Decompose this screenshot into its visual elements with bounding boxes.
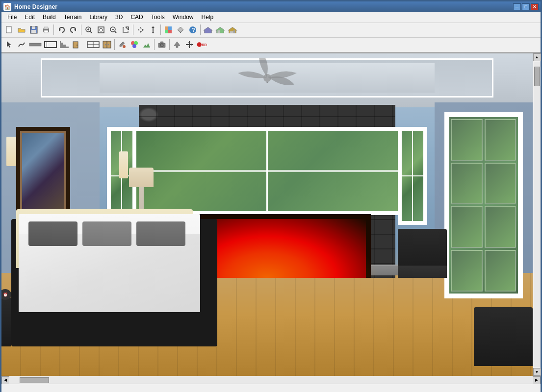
material-tool-button[interactable] bbox=[129, 38, 140, 51]
menu-item-window[interactable]: Window bbox=[169, 12, 198, 23]
room-scene: ⏰ bbox=[1, 53, 533, 376]
zoom-window-button[interactable] bbox=[95, 24, 107, 36]
svg-rect-42 bbox=[60, 43, 63, 45]
texture-button[interactable] bbox=[162, 24, 174, 36]
height-button[interactable] bbox=[147, 24, 159, 36]
door-tool-button[interactable] bbox=[71, 38, 85, 51]
pillow-3 bbox=[136, 221, 185, 246]
armchair-seat bbox=[398, 266, 447, 278]
svg-rect-30 bbox=[168, 30, 172, 33]
minimize-button[interactable]: ─ bbox=[513, 3, 521, 10]
stair-tool-button[interactable] bbox=[58, 38, 70, 51]
status-bar bbox=[1, 384, 541, 392]
window-controls: ─ □ ✕ bbox=[513, 3, 539, 10]
artwork-painting bbox=[16, 127, 70, 215]
title-bar: 🏠 Home Designer ─ □ ✕ bbox=[1, 1, 541, 12]
window-tool-button[interactable] bbox=[86, 38, 101, 51]
separator-5 bbox=[200, 24, 201, 35]
scroll-right-button[interactable]: ▶ bbox=[533, 376, 541, 384]
menu-item-tools[interactable]: Tools bbox=[147, 12, 169, 23]
menu-item-cad[interactable]: CAD bbox=[127, 12, 147, 23]
menu-item-file[interactable]: File bbox=[3, 12, 21, 23]
save-button[interactable] bbox=[28, 24, 40, 36]
scroll-down-button[interactable]: ▼ bbox=[533, 368, 541, 376]
menu-item-library[interactable]: Library bbox=[85, 12, 111, 23]
maximize-button[interactable]: □ bbox=[522, 3, 530, 10]
scroll-up-button[interactable]: ▲ bbox=[533, 53, 541, 61]
svg-marker-20 bbox=[140, 27, 142, 28]
new-button[interactable] bbox=[3, 24, 15, 36]
menu-item-terrain[interactable]: Terrain bbox=[60, 12, 86, 23]
zoom-out-button[interactable] bbox=[107, 24, 119, 36]
redo-button[interactable] bbox=[68, 24, 79, 36]
svg-marker-60 bbox=[174, 42, 180, 48]
fit-button[interactable] bbox=[120, 24, 131, 36]
open-button[interactable] bbox=[16, 24, 27, 36]
svg-rect-7 bbox=[44, 30, 48, 33]
door-pane-8 bbox=[485, 250, 516, 292]
vertical-scrollbar[interactable]: ▲ ▼ bbox=[533, 53, 541, 376]
svg-rect-29 bbox=[165, 30, 168, 33]
3d-viewport[interactable]: ⏰ bbox=[1, 53, 533, 376]
separator-6 bbox=[114, 39, 115, 50]
door-pane-6 bbox=[485, 206, 516, 248]
svg-point-15 bbox=[100, 28, 103, 31]
svg-point-52 bbox=[108, 44, 109, 46]
svg-rect-3 bbox=[32, 26, 35, 29]
scroll-thumb-vertical[interactable] bbox=[534, 67, 540, 86]
scroll-thumb-horizontal[interactable] bbox=[20, 377, 49, 383]
menu-item-edit[interactable]: Edit bbox=[21, 12, 39, 23]
house-view3-button[interactable] bbox=[227, 24, 238, 36]
french-door bbox=[444, 112, 523, 298]
svg-marker-23 bbox=[142, 29, 144, 31]
separator-2 bbox=[81, 24, 81, 35]
polyline-tool-button[interactable] bbox=[16, 38, 27, 51]
svg-marker-36 bbox=[7, 41, 11, 48]
svg-point-53 bbox=[123, 45, 126, 48]
menu-item-help[interactable]: Help bbox=[197, 12, 217, 23]
house-view2-button[interactable] bbox=[214, 24, 226, 36]
svg-point-67 bbox=[197, 42, 202, 47]
svg-marker-63 bbox=[188, 41, 190, 43]
svg-rect-35 bbox=[233, 30, 235, 33]
select-tool-button[interactable] bbox=[3, 38, 15, 51]
svg-line-13 bbox=[90, 31, 92, 33]
symbol-button[interactable] bbox=[175, 24, 186, 36]
svg-rect-34 bbox=[230, 31, 233, 33]
arrow-up-button[interactable] bbox=[171, 38, 183, 51]
move-tool-button[interactable] bbox=[183, 38, 195, 51]
scroll-left-button[interactable]: ◀ bbox=[1, 376, 9, 384]
house-view1-button[interactable] bbox=[202, 24, 214, 36]
svg-point-45 bbox=[77, 45, 77, 46]
lamp-shade bbox=[129, 168, 154, 187]
svg-marker-21 bbox=[140, 31, 142, 33]
window-title: Home Designer bbox=[14, 3, 513, 10]
menu-item-3d[interactable]: 3D bbox=[111, 12, 127, 23]
record-button[interactable]: REC bbox=[196, 38, 207, 51]
print-button[interactable] bbox=[40, 24, 52, 36]
menu-item-build[interactable]: Build bbox=[39, 12, 60, 23]
svg-line-19 bbox=[126, 27, 129, 30]
paint-tool-button[interactable] bbox=[116, 38, 128, 51]
svg-rect-14 bbox=[98, 27, 104, 33]
scroll-track-vertical[interactable] bbox=[534, 62, 541, 368]
camera-tool-button[interactable] bbox=[156, 38, 168, 51]
scroll-track-horizontal[interactable] bbox=[10, 377, 532, 384]
cabinet-tool-button[interactable] bbox=[101, 38, 113, 51]
separator-7 bbox=[154, 39, 155, 50]
door-pane-1 bbox=[451, 119, 483, 161]
svg-rect-6 bbox=[44, 27, 48, 29]
svg-marker-64 bbox=[188, 47, 190, 48]
close-button[interactable]: ✕ bbox=[531, 3, 539, 10]
app-icon: 🏠 bbox=[3, 3, 11, 11]
zoom-in-button[interactable] bbox=[83, 24, 95, 36]
horizontal-scrollbar[interactable]: ◀ ▶ bbox=[1, 376, 541, 384]
room-tool-button[interactable] bbox=[43, 38, 58, 51]
help-button[interactable]: ? bbox=[187, 24, 199, 36]
app-window: 🏠 Home Designer ─ □ ✕ File Edit Build Te… bbox=[0, 0, 542, 392]
undo-button[interactable] bbox=[55, 24, 67, 36]
pan-button[interactable] bbox=[135, 24, 147, 36]
wall-tool-button[interactable] bbox=[28, 38, 43, 51]
terrain-tool-button[interactable] bbox=[141, 38, 153, 51]
svg-text:REC: REC bbox=[202, 43, 207, 47]
